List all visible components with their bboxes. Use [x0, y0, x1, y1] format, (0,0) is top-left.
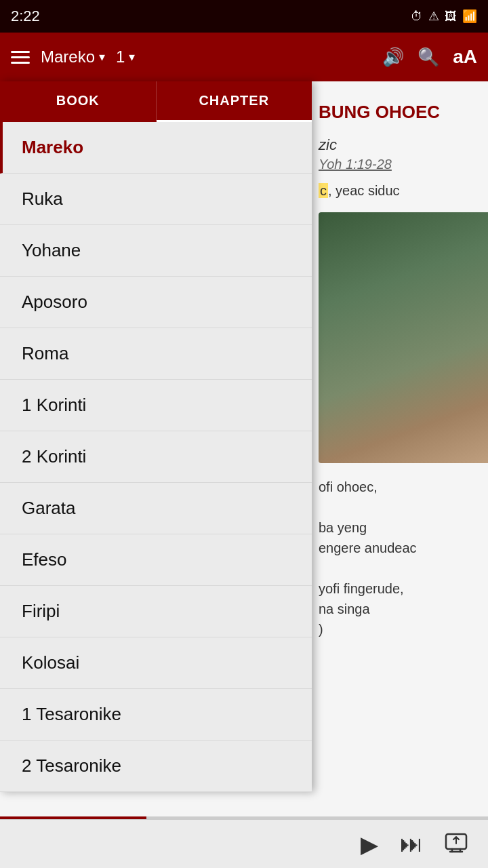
book-item-firipi[interactable]: Firipi: [0, 586, 312, 637]
book-item-kolosai[interactable]: Kolosai: [0, 637, 312, 689]
toolbar: Mareko ▾ 1 ▾ 🔊 🔍 aA: [0, 33, 488, 81]
chapter-num: 1: [116, 47, 125, 66]
book-item-1tesaronike[interactable]: 1 Tesaronike: [0, 689, 312, 741]
volume-icon[interactable]: 🔊: [382, 47, 404, 68]
book-item-mareko[interactable]: Mareko: [0, 122, 312, 174]
share-button[interactable]: [445, 830, 468, 858]
signal-icon: 📶: [462, 9, 477, 24]
tab-book[interactable]: BOOK: [0, 81, 157, 122]
dropdown-menu: BOOK CHAPTER Mareko Ruka Yohane Aposoro …: [0, 81, 312, 792]
book-item-aposoro[interactable]: Aposoro: [0, 277, 312, 328]
dropdown-tabs: BOOK CHAPTER: [0, 81, 312, 122]
book-item-2tesaronike[interactable]: 2 Tesaronike: [0, 741, 312, 792]
book-item-yohane[interactable]: Yohane: [0, 225, 312, 277]
status-bar: 2:22 ⏱ ⚠ 🖼 📶: [0, 0, 488, 33]
book-item-ruka[interactable]: Ruka: [0, 174, 312, 225]
status-time: 2:22: [11, 7, 40, 25]
chapter-dropdown-arrow: ▾: [129, 50, 135, 64]
book-item-2korinti[interactable]: 2 Korinti: [0, 431, 312, 483]
player-bar: ▶ ⏭: [0, 819, 488, 868]
book-item-roma[interactable]: Roma: [0, 328, 312, 380]
play-button[interactable]: ▶: [361, 831, 378, 858]
next-button[interactable]: ⏭: [400, 831, 423, 857]
content-text1: c, yeac siduc: [319, 183, 468, 199]
book-item-garata[interactable]: Garata: [0, 483, 312, 534]
content-subtitle: zic: [319, 136, 468, 154]
tab-chapter[interactable]: CHAPTER: [157, 81, 312, 122]
content-text2: ofi ohoec, ba yeng engere anudeac yofi f…: [319, 477, 468, 639]
timer-icon: ⏱: [411, 9, 423, 24]
image-icon: 🖼: [445, 9, 457, 24]
book-dropdown-arrow: ▾: [99, 50, 105, 64]
chapter-selector[interactable]: 1 ▾: [116, 47, 135, 66]
toolbar-left: Mareko ▾ 1 ▾: [11, 47, 371, 66]
content-reference: Yoh 1:19-28: [319, 157, 468, 172]
book-item-1korinti[interactable]: 1 Korinti: [0, 380, 312, 431]
content-title: BUNG OHOEC: [319, 102, 468, 123]
status-icons: ⏱ ⚠ 🖼 📶: [411, 9, 477, 24]
highlighted-text: c: [319, 183, 328, 198]
search-icon[interactable]: 🔍: [418, 47, 439, 68]
content-image: [319, 212, 488, 463]
menu-button[interactable]: [11, 51, 30, 64]
book-list: Mareko Ruka Yohane Aposoro Roma 1 Korint…: [0, 122, 312, 792]
toolbar-right: 🔊 🔍 aA: [382, 46, 477, 68]
alert-icon: ⚠: [428, 9, 439, 24]
book-selector[interactable]: Mareko ▾: [41, 47, 105, 66]
book-item-efeso[interactable]: Efeso: [0, 534, 312, 586]
font-icon[interactable]: aA: [453, 46, 477, 68]
book-name: Mareko: [41, 47, 95, 66]
